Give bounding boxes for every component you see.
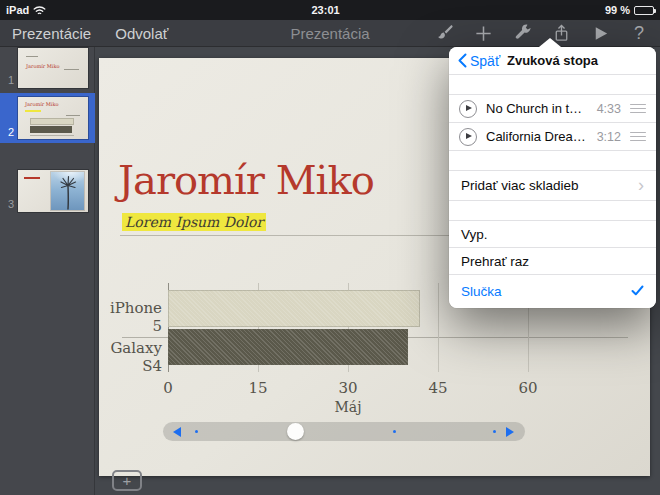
slide-thumbnail-1[interactable]: Jaromír Miko bbox=[18, 48, 88, 88]
audio-option-loop[interactable]: Slučka bbox=[449, 275, 656, 308]
slide-number-1: 1 bbox=[6, 74, 16, 86]
popover-spacer bbox=[449, 151, 656, 171]
song-duration: 4:33 bbox=[597, 102, 621, 116]
slide-number-3: 3 bbox=[6, 198, 16, 210]
song-name: No Church in t… bbox=[486, 101, 588, 116]
chart-bar-iphone-5[interactable] bbox=[168, 290, 420, 327]
battery-icon bbox=[634, 6, 654, 15]
add-slide-button[interactable]: + bbox=[112, 470, 142, 491]
reorder-handle-icon[interactable] bbox=[630, 132, 646, 142]
chevron-right-icon: › bbox=[638, 176, 644, 194]
slide-thumbnail-2[interactable]: Jaromír Miko bbox=[18, 97, 88, 139]
status-time: 23:01 bbox=[312, 4, 340, 16]
device-label: iPad bbox=[6, 4, 29, 16]
slide-number-2: 2 bbox=[6, 126, 16, 138]
toolbar: Prezentácie Odvolať Prezentácia ? bbox=[0, 20, 660, 47]
scrubber-prev-arrow-icon[interactable] bbox=[173, 427, 181, 437]
soundtrack-popover: Späť Zvuková stopa No Church in t… 4:33 … bbox=[449, 47, 656, 308]
checkmark-icon bbox=[631, 284, 644, 299]
chevron-left-icon bbox=[458, 53, 467, 68]
song-row[interactable]: No Church in t… 4:33 bbox=[449, 95, 656, 123]
audio-option-play-once[interactable]: Prehrať raz bbox=[449, 248, 656, 275]
popover-header: Späť Zvuková stopa bbox=[449, 47, 656, 75]
chart-category-label: iPhone 5 bbox=[99, 299, 162, 335]
chart-x-tick: 30 bbox=[328, 379, 368, 397]
song-duration: 3:12 bbox=[597, 130, 621, 144]
scrubber-dot[interactable] bbox=[393, 430, 396, 433]
add-button[interactable] bbox=[472, 23, 494, 45]
scrubber-next-arrow-icon[interactable] bbox=[506, 427, 514, 437]
scrubber-knob[interactable] bbox=[287, 423, 304, 440]
audio-option-off[interactable]: Vyp. bbox=[449, 221, 656, 248]
palm-photo-thumbnail bbox=[51, 172, 84, 210]
add-more-songs-button[interactable]: Pridať viac skladieb › bbox=[449, 171, 656, 201]
chart-x-tick: 45 bbox=[418, 379, 458, 397]
chart-x-tick: 15 bbox=[238, 379, 278, 397]
play-button[interactable] bbox=[589, 23, 611, 45]
slide-thumbnail-3[interactable] bbox=[18, 170, 88, 212]
chart-bar-galaxy-s4[interactable] bbox=[168, 329, 408, 365]
popover-spacer bbox=[449, 201, 656, 221]
song-play-icon[interactable] bbox=[459, 100, 477, 118]
popover-back-button[interactable]: Späť bbox=[458, 47, 500, 74]
help-button[interactable]: ? bbox=[628, 23, 650, 45]
wifi-icon bbox=[33, 5, 46, 16]
battery-percent: 99 % bbox=[605, 4, 630, 16]
chart-x-tick: 0 bbox=[148, 379, 188, 397]
song-row[interactable]: California Drea… 3:12 bbox=[449, 123, 656, 151]
popover-spacer bbox=[449, 75, 656, 95]
popover-title: Zvuková stopa bbox=[507, 53, 598, 68]
reorder-handle-icon[interactable] bbox=[630, 104, 646, 114]
song-name: California Drea… bbox=[486, 129, 588, 144]
chart-x-axis-title: Máj bbox=[318, 399, 378, 415]
chart-gridline bbox=[438, 283, 439, 372]
song-play-icon[interactable] bbox=[459, 128, 477, 146]
status-bar: iPad 23:01 99 % bbox=[0, 0, 660, 20]
chart-category-label: Galaxy S4 bbox=[99, 339, 162, 375]
chart-x-tick: 60 bbox=[508, 379, 548, 397]
scrubber-dot[interactable] bbox=[195, 430, 198, 433]
slide-scrubber[interactable] bbox=[163, 422, 525, 441]
slide-navigator: Jaromír Miko 1 Jaromír Miko 2 3 bbox=[0, 47, 95, 495]
format-brush-button[interactable] bbox=[433, 23, 455, 45]
tools-wrench-button[interactable] bbox=[511, 23, 533, 45]
scrubber-dot[interactable] bbox=[493, 430, 496, 433]
